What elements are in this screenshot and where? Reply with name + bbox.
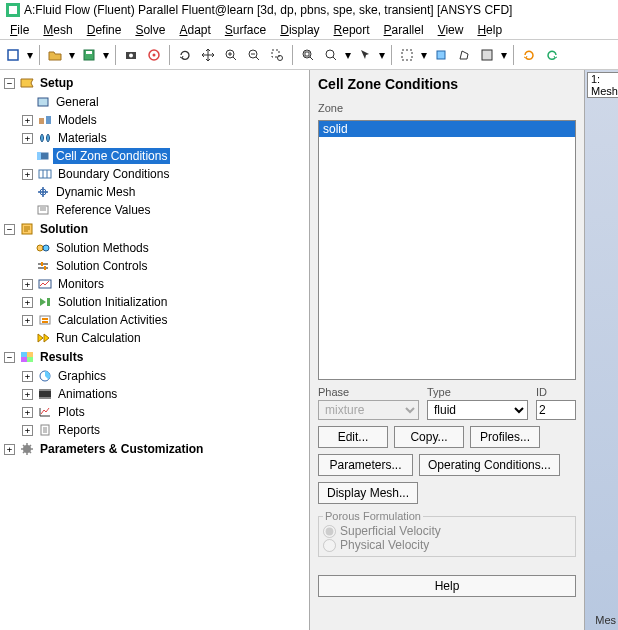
svg-rect-39	[47, 298, 50, 306]
svg-point-13	[303, 50, 311, 58]
refresh-icon[interactable]	[518, 44, 540, 66]
help-button[interactable]: Help	[318, 575, 576, 597]
select-icon[interactable]	[354, 44, 376, 66]
tree-item-models[interactable]: Models	[55, 112, 100, 128]
tree-section-setup[interactable]: Setup	[37, 75, 76, 91]
tree-item-reports[interactable]: Reports	[55, 422, 103, 438]
svg-rect-47	[39, 389, 51, 391]
svg-rect-19	[38, 98, 48, 106]
panel-title: Cell Zone Conditions	[318, 76, 576, 92]
zoom-box-icon[interactable]	[266, 44, 288, 66]
menu-define[interactable]: Define	[81, 21, 128, 39]
tree-item-materials[interactable]: Materials	[55, 130, 110, 146]
expander-icon[interactable]: +	[22, 425, 33, 436]
viewport[interactable]: 1: Mesh Mes	[585, 70, 618, 630]
save-icon[interactable]	[78, 44, 100, 66]
operating-conditions-button[interactable]: Operating Conditions...	[419, 454, 560, 476]
expander-icon[interactable]: +	[22, 169, 33, 180]
pan-icon[interactable]	[197, 44, 219, 66]
expander-icon[interactable]: +	[22, 371, 33, 382]
dropdown-arrow-icon[interactable]: ▾	[419, 44, 429, 66]
type-select[interactable]: fluid	[427, 400, 528, 420]
viewport-tab[interactable]: 1: Mesh	[587, 72, 618, 98]
box-select-icon[interactable]	[396, 44, 418, 66]
menu-report[interactable]: Report	[328, 21, 376, 39]
expander-icon[interactable]: +	[22, 133, 33, 144]
menu-adapt[interactable]: Adapt	[173, 21, 216, 39]
tree-section-solution[interactable]: Solution	[37, 221, 91, 237]
dropdown-arrow-icon[interactable]: ▾	[101, 44, 111, 66]
zone-listbox[interactable]: solid	[318, 120, 576, 380]
expander-icon[interactable]: −	[4, 352, 15, 363]
tree-item-monitors[interactable]: Monitors	[55, 276, 107, 292]
menu-file[interactable]: File	[4, 21, 35, 39]
shade-icon[interactable]	[476, 44, 498, 66]
tree-item-graphics[interactable]: Graphics	[55, 368, 109, 384]
tree-item-plots[interactable]: Plots	[55, 404, 88, 420]
cell-zone-panel: Cell Zone Conditions Zone solid Phase mi…	[310, 70, 585, 630]
expander-icon[interactable]: +	[22, 297, 33, 308]
tree-item-solution-controls[interactable]: Solution Controls	[53, 258, 150, 274]
run-icon[interactable]	[2, 44, 24, 66]
parameters-button[interactable]: Parameters...	[318, 454, 413, 476]
menu-surface[interactable]: Surface	[219, 21, 272, 39]
tree-item-run-calculation[interactable]: Run Calculation	[53, 330, 144, 346]
menu-help[interactable]: Help	[471, 21, 508, 39]
reset-icon[interactable]	[541, 44, 563, 66]
id-field[interactable]	[536, 400, 576, 420]
zoom-extents-icon[interactable]	[320, 44, 342, 66]
expander-icon[interactable]: +	[4, 444, 15, 455]
dropdown-arrow-icon[interactable]: ▾	[25, 44, 35, 66]
tree-section-params[interactable]: Parameters & Customization	[37, 441, 206, 457]
svg-rect-46	[39, 391, 51, 397]
tree-item-general[interactable]: General	[53, 94, 102, 110]
tree-item-animations[interactable]: Animations	[55, 386, 120, 402]
expander-icon[interactable]: +	[22, 115, 33, 126]
face-select-icon[interactable]	[430, 44, 452, 66]
svg-point-32	[37, 245, 43, 251]
menu-parallel[interactable]: Parallel	[378, 21, 430, 39]
menu-solve[interactable]: Solve	[129, 21, 171, 39]
zoom-out-icon[interactable]	[243, 44, 265, 66]
copy-button[interactable]: Copy...	[394, 426, 464, 448]
tree-item-cell-zone-conditions[interactable]: Cell Zone Conditions	[53, 148, 170, 164]
sm-icon	[35, 241, 51, 255]
expander-icon[interactable]: −	[4, 78, 15, 89]
gr-icon	[37, 369, 53, 383]
tree-item-solution-methods[interactable]: Solution Methods	[53, 240, 152, 256]
target-icon[interactable]	[143, 44, 165, 66]
menu-mesh[interactable]: Mesh	[37, 21, 78, 39]
zoom-fit-icon[interactable]	[297, 44, 319, 66]
svg-rect-23	[37, 152, 41, 160]
zone-item-solid[interactable]: solid	[319, 121, 575, 137]
tree-item-solution-initialization[interactable]: Solution Initialization	[55, 294, 170, 310]
tree-item-dynamic-mesh[interactable]: Dynamic Mesh	[53, 184, 138, 200]
mod-icon	[37, 113, 53, 127]
camera-icon[interactable]	[120, 44, 142, 66]
expander-icon[interactable]: +	[22, 279, 33, 290]
expander-icon[interactable]: +	[22, 407, 33, 418]
menu-view[interactable]: View	[432, 21, 470, 39]
dropdown-arrow-icon[interactable]: ▾	[377, 44, 387, 66]
tree-item-calculation-activities[interactable]: Calculation Activities	[55, 312, 170, 328]
expander-icon[interactable]: −	[4, 224, 15, 235]
rotate-icon[interactable]	[174, 44, 196, 66]
expander-icon[interactable]: +	[22, 315, 33, 326]
svg-rect-20	[39, 118, 44, 124]
poly-select-icon[interactable]	[453, 44, 475, 66]
tree-section-results[interactable]: Results	[37, 349, 86, 365]
edit-button[interactable]: Edit...	[318, 426, 388, 448]
tree-item-boundary-conditions[interactable]: Boundary Conditions	[55, 166, 172, 182]
zoom-in-icon[interactable]	[220, 44, 242, 66]
mn-icon	[37, 277, 53, 291]
expander-icon[interactable]: +	[22, 389, 33, 400]
open-icon[interactable]	[44, 44, 66, 66]
menu-display[interactable]: Display	[274, 21, 325, 39]
tree-item-reference-values[interactable]: Reference Values	[53, 202, 154, 218]
profiles-button[interactable]: Profiles...	[470, 426, 540, 448]
svg-rect-48	[39, 397, 51, 399]
dropdown-arrow-icon[interactable]: ▾	[343, 44, 353, 66]
dropdown-arrow-icon[interactable]: ▾	[67, 44, 77, 66]
dropdown-arrow-icon[interactable]: ▾	[499, 44, 509, 66]
display-mesh-button[interactable]: Display Mesh...	[318, 482, 418, 504]
